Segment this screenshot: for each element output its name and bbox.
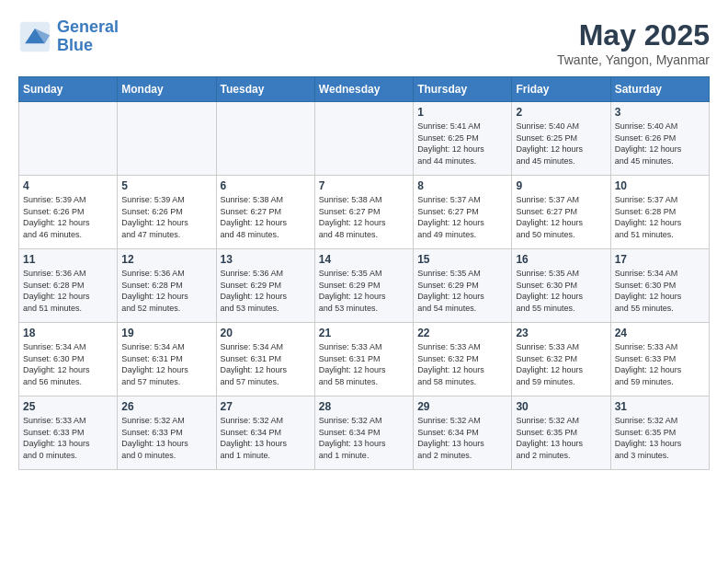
day-cell: 1Sunrise: 5:41 AM Sunset: 6:25 PM Daylig… — [414, 102, 512, 176]
day-detail: Sunrise: 5:40 AM Sunset: 6:26 PM Dayligh… — [615, 121, 705, 167]
day-cell: 15Sunrise: 5:35 AM Sunset: 6:29 PM Dayli… — [414, 249, 512, 323]
day-detail: Sunrise: 5:34 AM Sunset: 6:30 PM Dayligh… — [615, 268, 705, 314]
day-cell: 11Sunrise: 5:36 AM Sunset: 6:28 PM Dayli… — [19, 249, 118, 323]
week-row-4: 18Sunrise: 5:34 AM Sunset: 6:30 PM Dayli… — [19, 323, 710, 396]
day-cell: 3Sunrise: 5:40 AM Sunset: 6:26 PM Daylig… — [610, 102, 709, 176]
day-cell: 26Sunrise: 5:32 AM Sunset: 6:33 PM Dayli… — [118, 396, 216, 470]
day-cell: 2Sunrise: 5:40 AM Sunset: 6:25 PM Daylig… — [512, 102, 610, 176]
day-cell: 16Sunrise: 5:35 AM Sunset: 6:30 PM Dayli… — [512, 249, 610, 323]
day-cell: 7Sunrise: 5:38 AM Sunset: 6:27 PM Daylig… — [314, 176, 413, 249]
day-cell: 18Sunrise: 5:34 AM Sunset: 6:30 PM Dayli… — [19, 323, 118, 396]
day-detail: Sunrise: 5:37 AM Sunset: 6:28 PM Dayligh… — [615, 194, 705, 240]
day-cell: 28Sunrise: 5:32 AM Sunset: 6:34 PM Dayli… — [314, 396, 413, 470]
day-detail: Sunrise: 5:39 AM Sunset: 6:26 PM Dayligh… — [23, 194, 113, 240]
day-cell: 21Sunrise: 5:33 AM Sunset: 6:31 PM Dayli… — [314, 323, 413, 396]
month-title: May 2025 — [557, 18, 710, 52]
day-number: 4 — [23, 179, 113, 192]
day-number: 25 — [23, 400, 113, 413]
page-header: General Blue May 2025 Twante, Yangon, My… — [18, 18, 710, 67]
day-number: 17 — [615, 253, 705, 266]
week-row-3: 11Sunrise: 5:36 AM Sunset: 6:28 PM Dayli… — [19, 249, 710, 323]
day-detail: Sunrise: 5:32 AM Sunset: 6:34 PM Dayligh… — [417, 415, 507, 461]
day-detail: Sunrise: 5:33 AM Sunset: 6:31 PM Dayligh… — [319, 341, 409, 387]
logo-icon — [18, 20, 51, 53]
day-number: 30 — [516, 400, 606, 413]
day-cell — [19, 102, 118, 176]
day-detail: Sunrise: 5:35 AM Sunset: 6:29 PM Dayligh… — [417, 268, 507, 314]
day-number: 31 — [615, 400, 705, 413]
column-header-tuesday: Tuesday — [216, 77, 314, 102]
day-cell: 31Sunrise: 5:32 AM Sunset: 6:35 PM Dayli… — [610, 396, 709, 470]
day-cell: 20Sunrise: 5:34 AM Sunset: 6:31 PM Dayli… — [216, 323, 314, 396]
day-cell: 19Sunrise: 5:34 AM Sunset: 6:31 PM Dayli… — [118, 323, 216, 396]
column-header-monday: Monday — [118, 77, 216, 102]
column-header-sunday: Sunday — [19, 77, 118, 102]
title-block: May 2025 Twante, Yangon, Myanmar — [557, 18, 710, 67]
day-detail: Sunrise: 5:32 AM Sunset: 6:33 PM Dayligh… — [121, 415, 211, 461]
day-cell — [118, 102, 216, 176]
day-cell: 8Sunrise: 5:37 AM Sunset: 6:27 PM Daylig… — [414, 176, 512, 249]
day-number: 21 — [319, 327, 409, 339]
day-cell: 22Sunrise: 5:33 AM Sunset: 6:32 PM Dayli… — [414, 323, 512, 396]
day-number: 23 — [516, 327, 606, 339]
day-detail: Sunrise: 5:36 AM Sunset: 6:28 PM Dayligh… — [23, 268, 113, 314]
day-cell: 17Sunrise: 5:34 AM Sunset: 6:30 PM Dayli… — [610, 249, 709, 323]
week-row-2: 4Sunrise: 5:39 AM Sunset: 6:26 PM Daylig… — [19, 176, 710, 249]
logo: General Blue — [18, 18, 119, 55]
week-row-1: 1Sunrise: 5:41 AM Sunset: 6:25 PM Daylig… — [19, 102, 710, 176]
day-detail: Sunrise: 5:32 AM Sunset: 6:34 PM Dayligh… — [319, 415, 409, 461]
day-number: 1 — [417, 106, 507, 119]
day-detail: Sunrise: 5:33 AM Sunset: 6:33 PM Dayligh… — [615, 341, 705, 387]
day-detail: Sunrise: 5:36 AM Sunset: 6:29 PM Dayligh… — [221, 268, 311, 314]
day-number: 2 — [516, 106, 606, 119]
day-number: 24 — [615, 327, 705, 339]
day-detail: Sunrise: 5:35 AM Sunset: 6:30 PM Dayligh… — [516, 268, 606, 314]
day-number: 28 — [319, 400, 409, 413]
day-number: 19 — [121, 327, 211, 339]
day-detail: Sunrise: 5:34 AM Sunset: 6:31 PM Dayligh… — [221, 341, 311, 387]
day-detail: Sunrise: 5:41 AM Sunset: 6:25 PM Dayligh… — [417, 121, 507, 167]
day-detail: Sunrise: 5:39 AM Sunset: 6:26 PM Dayligh… — [121, 194, 211, 240]
day-cell: 27Sunrise: 5:32 AM Sunset: 6:34 PM Dayli… — [216, 396, 314, 470]
day-cell: 29Sunrise: 5:32 AM Sunset: 6:34 PM Dayli… — [414, 396, 512, 470]
day-number: 13 — [221, 253, 311, 266]
day-number: 27 — [221, 400, 311, 413]
day-cell: 6Sunrise: 5:38 AM Sunset: 6:27 PM Daylig… — [216, 176, 314, 249]
day-number: 20 — [221, 327, 311, 339]
day-cell: 30Sunrise: 5:32 AM Sunset: 6:35 PM Dayli… — [512, 396, 610, 470]
day-number: 26 — [121, 400, 211, 413]
day-cell: 25Sunrise: 5:33 AM Sunset: 6:33 PM Dayli… — [19, 396, 118, 470]
day-detail: Sunrise: 5:32 AM Sunset: 6:35 PM Dayligh… — [516, 415, 606, 461]
day-detail: Sunrise: 5:37 AM Sunset: 6:27 PM Dayligh… — [516, 194, 606, 240]
day-number: 10 — [615, 179, 705, 192]
day-detail: Sunrise: 5:34 AM Sunset: 6:31 PM Dayligh… — [121, 341, 211, 387]
day-number: 6 — [221, 179, 311, 192]
day-cell: 10Sunrise: 5:37 AM Sunset: 6:28 PM Dayli… — [610, 176, 709, 249]
day-number: 16 — [516, 253, 606, 266]
day-cell: 24Sunrise: 5:33 AM Sunset: 6:33 PM Dayli… — [610, 323, 709, 396]
column-header-saturday: Saturday — [610, 77, 709, 102]
day-detail: Sunrise: 5:36 AM Sunset: 6:28 PM Dayligh… — [121, 268, 211, 314]
day-number: 22 — [417, 327, 507, 339]
logo-text: General Blue — [57, 18, 119, 55]
column-header-wednesday: Wednesday — [314, 77, 413, 102]
day-number: 12 — [121, 253, 211, 266]
column-header-thursday: Thursday — [414, 77, 512, 102]
day-cell: 4Sunrise: 5:39 AM Sunset: 6:26 PM Daylig… — [19, 176, 118, 249]
day-detail: Sunrise: 5:35 AM Sunset: 6:29 PM Dayligh… — [319, 268, 409, 314]
header-row: SundayMondayTuesdayWednesdayThursdayFrid… — [19, 77, 710, 102]
day-cell — [314, 102, 413, 176]
day-number: 14 — [319, 253, 409, 266]
logo-line1: General — [57, 17, 119, 36]
day-detail: Sunrise: 5:37 AM Sunset: 6:27 PM Dayligh… — [417, 194, 507, 240]
day-detail: Sunrise: 5:40 AM Sunset: 6:25 PM Dayligh… — [516, 121, 606, 167]
day-detail: Sunrise: 5:33 AM Sunset: 6:32 PM Dayligh… — [417, 341, 507, 387]
day-detail: Sunrise: 5:32 AM Sunset: 6:34 PM Dayligh… — [221, 415, 311, 461]
day-cell: 12Sunrise: 5:36 AM Sunset: 6:28 PM Dayli… — [118, 249, 216, 323]
day-number: 9 — [516, 179, 606, 192]
column-header-friday: Friday — [512, 77, 610, 102]
day-detail: Sunrise: 5:33 AM Sunset: 6:32 PM Dayligh… — [516, 341, 606, 387]
day-cell: 23Sunrise: 5:33 AM Sunset: 6:32 PM Dayli… — [512, 323, 610, 396]
day-cell — [216, 102, 314, 176]
day-detail: Sunrise: 5:34 AM Sunset: 6:30 PM Dayligh… — [23, 341, 113, 387]
